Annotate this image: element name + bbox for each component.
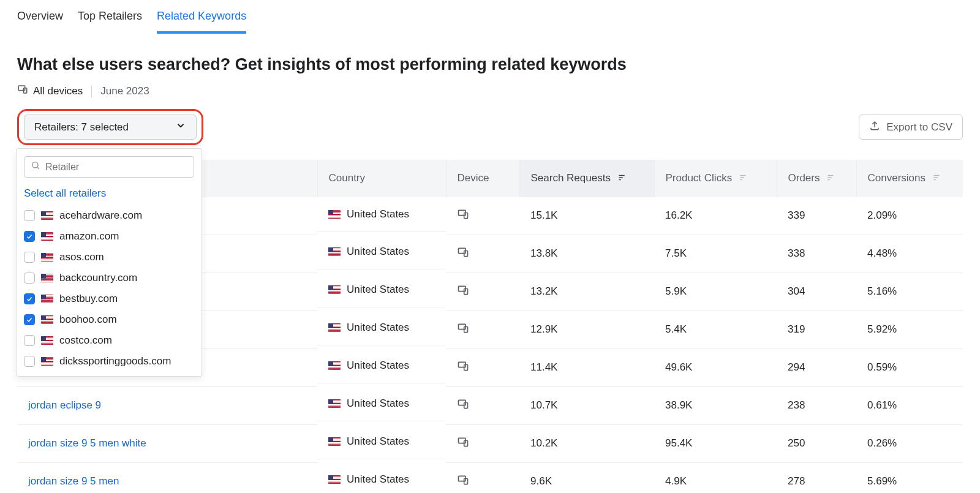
tabs-bar: Overview Top Retailers Related Keywords — [17, 6, 963, 34]
meta-row: All devices June 2023 — [17, 84, 963, 98]
devices-icon — [457, 439, 469, 451]
page-title: What else users searched? Get insights o… — [17, 55, 963, 74]
checkbox[interactable] — [24, 335, 35, 346]
retailer-item[interactable]: backcountry.com — [23, 268, 193, 288]
cell-conversions: 5.92% — [856, 310, 963, 348]
sort-icon — [739, 173, 747, 185]
us-flag-icon — [41, 253, 53, 262]
retailer-item[interactable]: bestbuy.com — [23, 289, 193, 309]
col-conversions[interactable]: Conversions — [856, 160, 963, 197]
us-flag-icon — [328, 285, 341, 294]
cell-device — [446, 462, 519, 493]
col-device[interactable]: Device — [446, 160, 519, 197]
svg-point-3 — [32, 162, 38, 168]
cell-product-clicks: 49.6K — [654, 348, 777, 386]
highlight-annotation: Retailers: 7 selected — [17, 109, 203, 145]
us-flag-icon — [41, 357, 53, 366]
keyword-link[interactable]: jordan size 9 5 men — [28, 475, 119, 487]
country-label: United States — [347, 322, 409, 334]
cell-conversions: 5.69% — [856, 462, 963, 493]
sort-desc-icon — [617, 173, 626, 185]
retailer-search[interactable] — [24, 156, 194, 178]
retailer-item-label: costco.com — [59, 334, 112, 347]
retailer-item[interactable]: dickssportinggoods.com — [23, 352, 193, 371]
checkbox[interactable] — [24, 252, 35, 263]
sort-icon — [826, 173, 835, 185]
cell-country: United States — [317, 310, 446, 345]
us-flag-icon — [328, 399, 341, 408]
cell-conversions: 0.61% — [856, 386, 963, 424]
us-flag-icon — [41, 274, 53, 282]
cell-conversions: 4.48% — [856, 235, 963, 273]
cell-product-clicks: 5.4K — [654, 310, 777, 348]
col-product-clicks[interactable]: Product Clicks — [654, 160, 777, 197]
cell-search-requests: 15.1K — [519, 197, 654, 235]
tab-top-retailers[interactable]: Top Retailers — [78, 6, 142, 34]
cell-keyword: jordan size 9 5 men white — [17, 424, 317, 462]
devices-icon — [457, 477, 469, 489]
country-label: United States — [347, 208, 409, 220]
retailers-select[interactable]: Retailers: 7 selected — [24, 115, 197, 140]
export-csv-button[interactable]: Export to CSV — [859, 115, 963, 140]
export-label: Export to CSV — [886, 121, 952, 134]
cell-keyword: jordan eclipse 9 — [17, 386, 317, 424]
retailers-dropdown: Select all retailers acehardware.comamaz… — [16, 148, 202, 377]
country-label: United States — [347, 359, 409, 372]
checkbox[interactable] — [24, 231, 35, 242]
retailer-item[interactable]: asos.com — [23, 247, 193, 267]
devices-filter[interactable]: All devices — [17, 84, 83, 98]
keyword-link[interactable]: jordan eclipse 9 — [28, 399, 101, 411]
devices-icon — [457, 211, 469, 223]
tab-related-keywords[interactable]: Related Keywords — [157, 6, 246, 34]
keyword-link[interactable]: jordan size 9 5 men white — [28, 437, 146, 449]
cell-country: United States — [317, 348, 446, 383]
col-country[interactable]: Country — [317, 160, 446, 197]
cell-search-requests: 10.7K — [519, 386, 654, 424]
cell-search-requests: 13.8K — [519, 235, 654, 273]
col-orders[interactable]: Orders — [777, 160, 856, 197]
checkbox[interactable] — [24, 293, 35, 304]
upload-icon — [869, 120, 880, 134]
cell-device — [446, 424, 519, 462]
filter-row: Retailers: 7 selected Export to CSV Sele… — [17, 109, 963, 145]
sort-icon — [932, 173, 941, 185]
cell-product-clicks: 95.4K — [654, 424, 777, 462]
tab-overview[interactable]: Overview — [17, 6, 63, 34]
select-all-retailers[interactable]: Select all retailers — [23, 185, 197, 206]
col-search-requests[interactable]: Search Requests — [519, 160, 654, 197]
devices-icon — [457, 325, 469, 337]
retailer-item-label: amazon.com — [59, 230, 119, 243]
cell-country: United States — [317, 273, 446, 307]
retailer-item[interactable]: amazon.com — [23, 227, 193, 246]
us-flag-icon — [41, 295, 53, 303]
cell-search-requests: 13.2K — [519, 273, 654, 310]
cell-orders: 250 — [777, 424, 856, 462]
retailer-item[interactable]: boohoo.com — [23, 310, 193, 329]
cell-device — [446, 235, 519, 273]
checkbox[interactable] — [24, 314, 35, 325]
retailer-search-input[interactable] — [45, 162, 187, 173]
retailer-item[interactable]: costco.com — [23, 331, 193, 350]
cell-orders: 278 — [777, 462, 856, 493]
checkbox[interactable] — [24, 210, 35, 221]
date-label: June 2023 — [100, 85, 149, 97]
us-flag-icon — [328, 210, 341, 219]
checkbox[interactable] — [24, 356, 35, 367]
retailer-item-label: asos.com — [59, 251, 104, 263]
cell-device — [446, 348, 519, 386]
cell-country: United States — [317, 197, 446, 232]
devices-icon — [457, 249, 469, 261]
us-flag-icon — [328, 361, 341, 370]
svg-line-4 — [37, 167, 39, 169]
col-orders-label: Orders — [788, 172, 820, 184]
devices-icon — [457, 401, 469, 413]
retailers-select-label: Retailers: 7 selected — [34, 121, 129, 134]
us-flag-icon — [328, 247, 341, 256]
checkbox[interactable] — [24, 273, 35, 284]
retailer-item[interactable]: acehardware.com — [23, 206, 193, 225]
country-label: United States — [347, 246, 409, 258]
us-flag-icon — [41, 315, 53, 324]
devices-icon — [457, 287, 469, 299]
cell-product-clicks: 7.5K — [654, 235, 777, 273]
col-conversions-label: Conversions — [868, 172, 926, 184]
